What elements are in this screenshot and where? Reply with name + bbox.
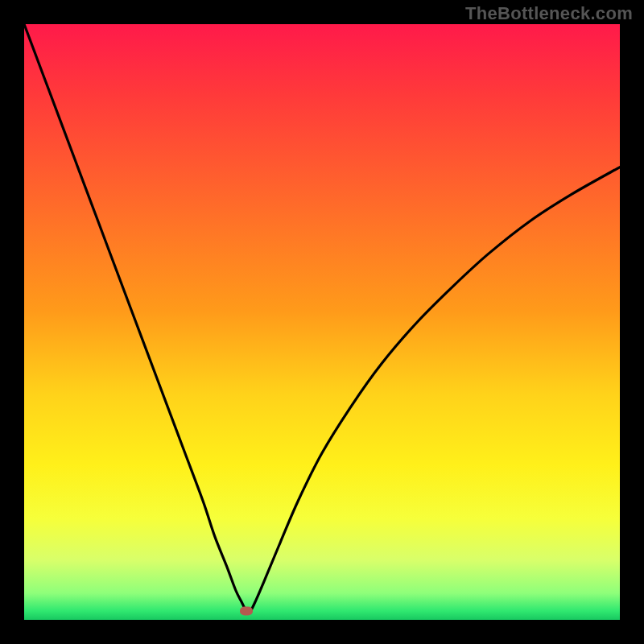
optimal-marker: [240, 606, 253, 615]
plot-area: [24, 24, 620, 620]
bottleneck-curve: [24, 24, 620, 613]
chart-frame: TheBottleneck.com: [0, 0, 644, 644]
watermark-text: TheBottleneck.com: [465, 3, 633, 24]
curve-layer: [24, 24, 620, 620]
